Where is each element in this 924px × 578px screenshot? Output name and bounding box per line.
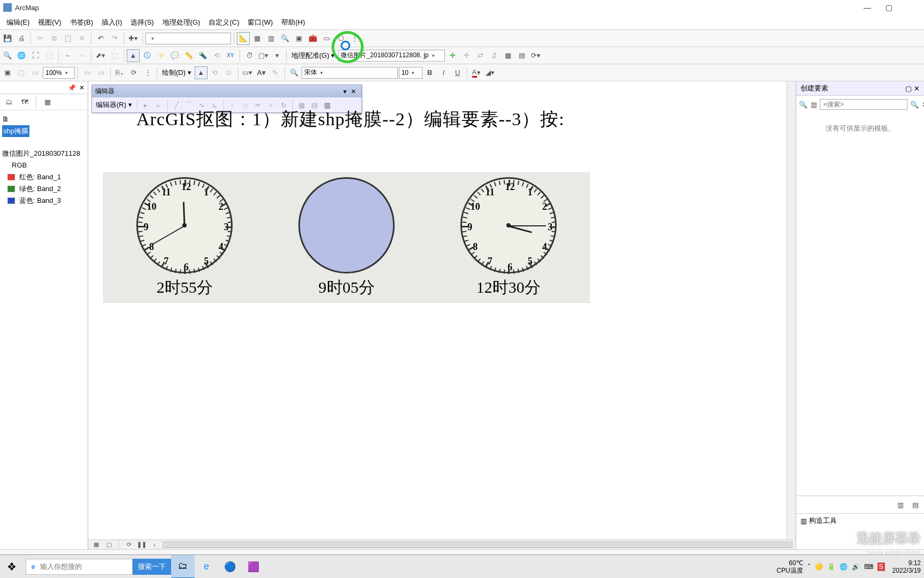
- layout-view-btn[interactable]: ▢: [104, 541, 114, 549]
- model-builder-icon[interactable]: ▭: [320, 32, 333, 45]
- system-tray[interactable]: 60℃CPU温度 ˄ 🟡 🔋 🌐 🔊 ⌨ S: [772, 559, 889, 574]
- menu-bookmarks[interactable]: 书签(B): [66, 16, 97, 29]
- task-app1-icon[interactable]: 🔵: [218, 555, 242, 579]
- forward-icon[interactable]: →: [75, 49, 88, 62]
- georef-label[interactable]: 地理配准(G) ▾: [289, 51, 337, 60]
- editor-toolbar-icon[interactable]: 📐: [237, 32, 250, 45]
- redo-icon[interactable]: ↷: [108, 32, 121, 45]
- data-view-icon[interactable]: ▢: [15, 66, 28, 79]
- data-view-btn[interactable]: ▦: [91, 541, 101, 549]
- paste-icon[interactable]: 📋: [61, 32, 74, 45]
- taskbar-search[interactable]: e: [26, 559, 133, 575]
- edit-vertices-icon[interactable]: ✎: [269, 66, 282, 79]
- taskbar-search-input[interactable]: [40, 562, 132, 571]
- editor-toolbar-dropdown-icon[interactable]: ▾: [341, 88, 349, 95]
- back-icon[interactable]: ←: [61, 49, 74, 62]
- tray-input-icon[interactable]: S: [877, 562, 885, 571]
- editor-toolbar-close-icon[interactable]: ✕: [349, 88, 358, 95]
- fixed-zoom-in-icon[interactable]: ⬚: [43, 49, 56, 62]
- template-search-input[interactable]: [820, 99, 907, 110]
- autohide-icon[interactable]: 📌: [68, 84, 76, 92]
- rectify-icon[interactable]: ▤: [515, 49, 528, 62]
- toc-composite[interactable]: RGB: [1, 159, 87, 171]
- minimize-button[interactable]: —: [857, 3, 878, 12]
- table-icon[interactable]: ▦: [251, 32, 264, 45]
- toggle-icon[interactable]: ⎘▾: [113, 66, 126, 79]
- prev-icon[interactable]: ▭: [81, 66, 94, 79]
- add-control-points-icon[interactable]: ✛: [446, 49, 459, 62]
- menu-insert[interactable]: 插入(I): [97, 16, 126, 29]
- tray-chevron-icon[interactable]: ˄: [807, 563, 811, 571]
- more-icon[interactable]: ⋮: [348, 32, 361, 45]
- fontsize-combo[interactable]: 10▾: [399, 67, 422, 79]
- font-combo[interactable]: 宋体▾: [302, 67, 398, 79]
- hyperlink-icon[interactable]: ⚡: [155, 49, 167, 62]
- start-button[interactable]: ❖: [0, 555, 24, 579]
- python-icon[interactable]: ▣: [292, 32, 305, 45]
- find-route-icon[interactable]: ⟲: [210, 49, 223, 62]
- tray-battery-icon[interactable]: 🔋: [827, 563, 835, 571]
- taskbar-search-button[interactable]: 搜索一下: [133, 559, 171, 575]
- task-edge-icon[interactable]: e: [195, 555, 218, 579]
- menu-customize[interactable]: 自定义(C): [204, 16, 243, 29]
- menu-edit[interactable]: 编辑(E): [2, 16, 34, 29]
- list-by-source-icon[interactable]: 🗺: [18, 96, 31, 109]
- text-icon[interactable]: A▾: [255, 66, 268, 79]
- viewer-icon[interactable]: ▢▾: [257, 49, 270, 62]
- map-canvas[interactable]: 编辑器▾✕ 编辑器(R) ▾ ▸ ▹ ╱ ⌒ ∿ ⊾ ▫ ◇ ✂ ÷ ↻ ▦ ▤: [88, 81, 796, 549]
- view-link-table-icon[interactable]: ▦: [502, 49, 514, 62]
- tray-volume-icon[interactable]: 🔊: [852, 563, 860, 571]
- find-icon[interactable]: 🔦: [196, 49, 209, 62]
- refresh-view-icon[interactable]: ⟳: [124, 541, 134, 549]
- next-icon[interactable]: ▭: [95, 66, 107, 79]
- undo-icon[interactable]: ↶: [94, 32, 107, 45]
- cut-icon[interactable]: ✂: [34, 32, 47, 45]
- pointer-icon[interactable]: ▲: [127, 49, 140, 62]
- toc-band-green[interactable]: 绿色: Band_2: [1, 183, 87, 195]
- clear-selection-icon[interactable]: ⬚: [108, 49, 121, 62]
- georef-layer-combo[interactable]: 微信图片_20180307112808. jp▾: [338, 50, 445, 62]
- toc-layers-root[interactable]: 🗎: [1, 113, 87, 125]
- auto-adjust-icon[interactable]: ✛: [460, 49, 473, 62]
- rotate-element-icon[interactable]: ⟲: [209, 66, 221, 79]
- font-color-icon[interactable]: A▾: [470, 66, 483, 79]
- maximize-button[interactable]: ▢: [878, 3, 899, 12]
- layout-icon[interactable]: ▣: [1, 66, 14, 79]
- zoom-in-icon[interactable]: 🔍: [1, 49, 14, 62]
- toc-tree[interactable]: 🗎 shp掩膜 微信图片_201803071128 RGB 红色: Band_1…: [0, 110, 88, 210]
- horizontal-scrollbar[interactable]: [163, 542, 792, 548]
- italic-icon[interactable]: I: [437, 66, 450, 79]
- rotate-icon[interactable]: ⟳▾: [529, 49, 542, 62]
- tray-network-icon[interactable]: 🌐: [840, 563, 848, 571]
- fill-color-icon[interactable]: ◢▾: [484, 66, 497, 79]
- go-to-xy-icon[interactable]: XY: [224, 49, 237, 62]
- layouts-icon[interactable]: ▭: [29, 66, 42, 79]
- toc-band-red[interactable]: 红色: Band_1: [1, 171, 87, 183]
- html-popup-icon[interactable]: 💬: [168, 49, 181, 62]
- rectangle-icon[interactable]: ▭▾: [241, 66, 254, 79]
- panel-close-icon[interactable]: ✕: [914, 85, 920, 93]
- clear-search-icon[interactable]: ✕: [921, 98, 924, 111]
- save-icon[interactable]: 💾: [1, 32, 14, 45]
- tray-app-icon[interactable]: 🟡: [815, 563, 823, 571]
- toc-band-blue[interactable]: 蓝色: Band_3: [1, 195, 87, 207]
- catalog-icon[interactable]: ▥: [265, 32, 278, 45]
- toolbox-icon[interactable]: 🧰: [306, 32, 319, 45]
- task-app2-icon[interactable]: 🟪: [242, 555, 265, 579]
- identify-icon[interactable]: ⓘ: [141, 49, 153, 62]
- print-icon[interactable]: 🖨: [15, 32, 28, 45]
- menu-view[interactable]: 视图(V): [34, 16, 65, 29]
- zoom-percent-combo[interactable]: 100%▾: [43, 67, 75, 79]
- full-extent-icon[interactable]: ⛶: [29, 49, 42, 62]
- panel-maximize-icon[interactable]: ▢: [905, 85, 912, 93]
- pause-drawing-icon[interactable]: ❚❚: [137, 541, 147, 549]
- menu-window[interactable]: 窗口(W): [243, 16, 277, 29]
- refresh-icon[interactable]: ⟳: [127, 66, 140, 79]
- taskbar-clock[interactable]: 9:12 2022/3/19: [889, 559, 924, 574]
- select-features-icon[interactable]: ⬈▾: [94, 49, 107, 62]
- add-data-icon[interactable]: ✚▾: [127, 32, 140, 45]
- delete-link-icon[interactable]: ⇵: [488, 49, 500, 62]
- zoom-element-icon[interactable]: ⊙: [222, 66, 235, 79]
- scale-combo[interactable]: ▾: [145, 33, 231, 44]
- task-explorer-icon[interactable]: 🗂: [171, 555, 195, 579]
